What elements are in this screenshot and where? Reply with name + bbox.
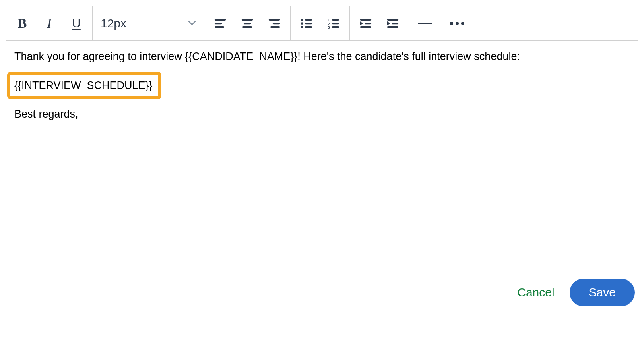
align-right-button[interactable]	[262, 11, 287, 36]
svg-text:3: 3	[328, 25, 330, 29]
alignment-group	[204, 6, 291, 40]
align-center-icon	[241, 17, 254, 30]
svg-rect-5	[242, 26, 252, 28]
svg-rect-14	[305, 26, 312, 28]
outdent-icon	[359, 17, 372, 30]
actions-bar: Cancel Save	[6, 267, 638, 310]
text-style-group: B I U	[6, 6, 93, 40]
svg-rect-26	[387, 26, 398, 28]
svg-rect-24	[387, 19, 398, 20]
align-left-button[interactable]	[208, 11, 233, 36]
bold-button[interactable]: B	[10, 11, 35, 36]
horizontal-rule-button[interactable]	[412, 11, 438, 36]
rich-text-editor: B I U 12px	[6, 6, 638, 267]
svg-rect-1	[215, 22, 222, 24]
font-size-label: 12px	[101, 17, 126, 30]
save-button[interactable]: Save	[570, 279, 635, 306]
svg-rect-6	[269, 19, 280, 20]
svg-rect-18	[332, 19, 339, 20]
editor-toolbar: B I U 12px	[6, 6, 638, 41]
content-line-1: Thank you for agreeing to interview {{CA…	[14, 48, 630, 65]
chevron-down-icon	[188, 20, 196, 27]
svg-rect-2	[215, 26, 224, 28]
svg-rect-25	[392, 22, 398, 24]
font-size-dropdown[interactable]: 12px	[93, 6, 204, 40]
font-size-group: 12px	[93, 6, 204, 40]
svg-rect-23	[360, 26, 371, 28]
underline-icon: U	[72, 17, 81, 30]
svg-rect-7	[273, 22, 280, 24]
cancel-button[interactable]: Cancel	[517, 286, 554, 299]
svg-rect-4	[244, 22, 251, 24]
highlighted-token: {{INTERVIEW_SCHEDULE}}	[7, 72, 161, 99]
content-line-2: {{INTERVIEW_SCHEDULE}}	[14, 79, 153, 91]
italic-icon: I	[47, 16, 51, 31]
svg-rect-19	[332, 22, 339, 24]
align-right-icon	[268, 17, 281, 30]
bullet-list-button[interactable]	[294, 11, 319, 36]
outdent-button[interactable]	[353, 11, 378, 36]
svg-rect-12	[305, 19, 312, 20]
numbered-list-button[interactable]: 1 2 3	[321, 11, 346, 36]
svg-point-9	[301, 18, 303, 21]
hr-group	[409, 6, 441, 40]
editor-content-area[interactable]: Thank you for agreeing to interview {{CA…	[6, 41, 638, 267]
svg-rect-21	[360, 19, 371, 20]
more-icon	[450, 22, 464, 25]
indent-icon	[386, 17, 400, 30]
svg-rect-13	[305, 22, 312, 24]
align-center-button[interactable]	[235, 11, 260, 36]
align-left-icon	[213, 17, 227, 30]
svg-point-11	[301, 26, 303, 28]
svg-rect-0	[215, 19, 226, 20]
more-group	[441, 6, 473, 40]
underline-button[interactable]: U	[64, 11, 89, 36]
italic-button[interactable]: I	[37, 11, 62, 36]
numbered-list-icon: 1 2 3	[327, 17, 340, 30]
bullet-list-icon	[300, 17, 313, 30]
svg-rect-22	[365, 22, 371, 24]
list-group: 1 2 3	[291, 6, 350, 40]
indent-button[interactable]	[380, 11, 405, 36]
content-line-3: Best regards,	[14, 106, 630, 122]
horizontal-rule-icon	[418, 23, 432, 24]
bold-icon: B	[18, 16, 27, 31]
svg-point-10	[301, 22, 303, 25]
svg-rect-20	[332, 26, 339, 28]
svg-rect-8	[270, 26, 280, 28]
more-options-button[interactable]	[444, 11, 470, 36]
indent-group	[350, 6, 409, 40]
svg-rect-3	[242, 19, 253, 20]
